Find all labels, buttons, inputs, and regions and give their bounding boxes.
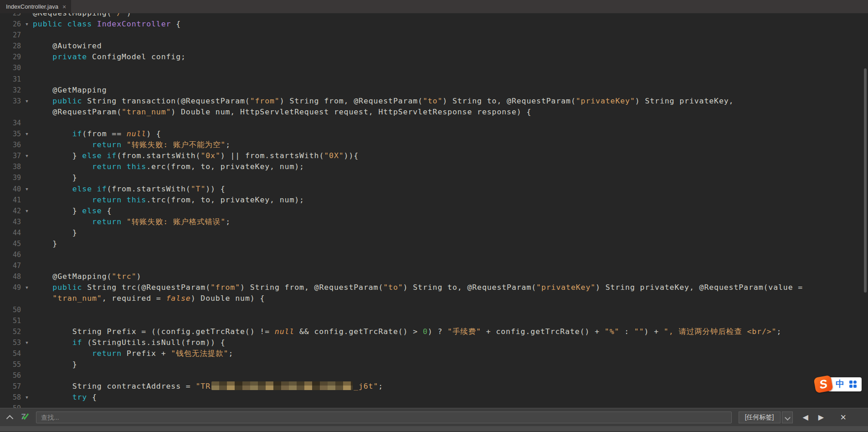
code-text: String contractAddress = "TR_j6t"; bbox=[33, 381, 383, 392]
line-number: 41 bbox=[0, 195, 21, 206]
code-row: 52 String Prefix = ((config.getTrcRate()… bbox=[0, 326, 868, 337]
tag-filter-value[interactable]: [任何标签] bbox=[739, 411, 781, 423]
fold-spacer bbox=[21, 51, 33, 62]
code-text: return Prefix + "钱包无法提款"; bbox=[33, 348, 233, 359]
tag-filter-chevron-down-icon[interactable] bbox=[782, 411, 793, 423]
tab-title: IndexController.java bbox=[6, 3, 58, 10]
line-number: 37 bbox=[0, 150, 21, 161]
ime-chinese-mode-label[interactable]: 中 bbox=[836, 378, 844, 390]
fold-arrow-icon[interactable]: ▼ bbox=[21, 129, 33, 139]
tab-indexcontroller[interactable]: IndexController.java × bbox=[0, 0, 71, 13]
fold-arrow-icon[interactable]: ▼ bbox=[21, 96, 33, 107]
code-text: } bbox=[33, 227, 77, 238]
line-number: 44 bbox=[0, 227, 21, 238]
fold-arrow-icon[interactable]: ▼ bbox=[21, 337, 33, 348]
code-row: 27 bbox=[0, 30, 868, 41]
tab-close-icon[interactable]: × bbox=[62, 4, 66, 10]
line-number: 56 bbox=[0, 370, 21, 381]
code-row: 47 bbox=[0, 260, 868, 271]
line-number: 47 bbox=[0, 260, 21, 271]
code-row: 50 bbox=[0, 304, 868, 315]
fold-spacer bbox=[21, 403, 33, 408]
line-number: 27 bbox=[0, 30, 21, 41]
find-logo-icon: 7 bbox=[20, 412, 29, 423]
fold-spacer bbox=[21, 118, 33, 129]
fold-arrow-icon[interactable]: ▼ bbox=[21, 150, 33, 161]
collapse-chevron-up-icon[interactable] bbox=[6, 415, 13, 420]
redacted-address-blur bbox=[211, 381, 353, 390]
fold-spacer bbox=[21, 85, 33, 96]
code-row: "tran_num", required = false) Double num… bbox=[0, 293, 868, 304]
code-row: 34 bbox=[0, 118, 868, 129]
bottom-window-strip bbox=[0, 426, 868, 432]
fold-spacer bbox=[21, 359, 33, 370]
code-editor[interactable]: 25@RequestMapping("/")26▼public class In… bbox=[0, 13, 868, 408]
fold-arrow-icon[interactable]: ▼ bbox=[21, 19, 33, 30]
search-input[interactable] bbox=[36, 411, 732, 423]
code-text: return this.trc(from, to, privateKey, nu… bbox=[33, 195, 304, 206]
code-text: return "转账失败: 账户格式错误"; bbox=[33, 216, 231, 227]
fold-spacer bbox=[21, 30, 33, 41]
code-row: 32 @GetMapping bbox=[0, 85, 868, 96]
code-row: 37▼ } else if(from.startsWith("0x") || f… bbox=[0, 150, 868, 161]
code-row: 35▼ if(from == null) { bbox=[0, 129, 868, 139]
code-text: if (StringUtils.isNull(from)) { bbox=[33, 337, 226, 348]
line-number: 40 bbox=[0, 184, 21, 195]
fold-spacer bbox=[21, 348, 33, 359]
code-row: 28 @Autowired bbox=[0, 41, 868, 51]
ime-menu-grid-icon[interactable] bbox=[849, 381, 857, 388]
sogou-logo-icon[interactable]: S bbox=[813, 375, 833, 393]
find-bar-close-icon[interactable]: × bbox=[840, 412, 846, 422]
fold-arrow-icon[interactable]: ▼ bbox=[21, 206, 33, 216]
line-number: 43 bbox=[0, 216, 21, 227]
fold-spacer bbox=[21, 62, 33, 73]
code-row: 59 bbox=[0, 403, 868, 408]
fold-spacer bbox=[21, 74, 33, 85]
code-text: @GetMapping bbox=[33, 85, 107, 96]
code-row: 41 return this.trc(from, to, privateKey,… bbox=[0, 195, 868, 206]
code-row: 40▼ else if(from.startsWith("T")) { bbox=[0, 184, 868, 195]
fold-spacer bbox=[21, 195, 33, 206]
fold-spacer bbox=[21, 238, 33, 249]
code-row: 43 return "转账失败: 账户格式错误"; bbox=[0, 216, 868, 227]
line-number: 32 bbox=[0, 85, 21, 96]
find-previous-button[interactable]: ◀ bbox=[803, 414, 808, 421]
code-row: 53▼ if (StringUtils.isNull(from)) { bbox=[0, 337, 868, 348]
code-text: @RequestMapping("/") bbox=[33, 13, 132, 19]
line-number: 51 bbox=[0, 315, 21, 326]
fold-spacer bbox=[21, 13, 33, 19]
line-number: 58 bbox=[0, 392, 21, 403]
fold-spacer bbox=[21, 161, 33, 172]
code-row: 33▼ public String transaction(@RequestPa… bbox=[0, 96, 868, 107]
fold-arrow-icon[interactable]: ▼ bbox=[21, 184, 33, 195]
fold-spacer bbox=[21, 326, 33, 337]
code-text: public String transaction(@RequestParam(… bbox=[33, 96, 734, 107]
line-number bbox=[0, 293, 21, 304]
code-row: 31 bbox=[0, 74, 868, 85]
line-number: 46 bbox=[0, 249, 21, 260]
line-number: 25 bbox=[0, 13, 21, 19]
fold-spacer bbox=[21, 216, 33, 227]
fold-spacer bbox=[21, 249, 33, 260]
line-number: 42 bbox=[0, 206, 21, 216]
code-row: 30 bbox=[0, 62, 868, 73]
ime-status-pill[interactable]: 中 bbox=[828, 377, 862, 391]
find-bar: 7 [任何标签] ◀ ▶ × bbox=[0, 408, 868, 426]
fold-spacer bbox=[21, 41, 33, 51]
fold-arrow-icon[interactable]: ▼ bbox=[21, 282, 33, 293]
line-number: 55 bbox=[0, 359, 21, 370]
code-text: public class IndexController { bbox=[33, 19, 181, 30]
find-next-button[interactable]: ▶ bbox=[818, 414, 824, 421]
fold-spacer bbox=[21, 172, 33, 183]
fold-spacer bbox=[21, 370, 33, 381]
code-row: 51 bbox=[0, 315, 868, 326]
line-number: 57 bbox=[0, 381, 21, 392]
sogou-ime-indicator[interactable]: S 中 bbox=[815, 376, 862, 392]
vertical-scrollbar[interactable] bbox=[864, 68, 867, 293]
code-text: @Autowired bbox=[33, 41, 102, 51]
fold-arrow-icon[interactable]: ▼ bbox=[21, 392, 33, 403]
code-row: 58▼ try { bbox=[0, 392, 868, 403]
fold-spacer bbox=[21, 315, 33, 326]
code-row: 49▼ public String trc(@RequestParam("fro… bbox=[0, 282, 868, 293]
line-number: 50 bbox=[0, 304, 21, 315]
